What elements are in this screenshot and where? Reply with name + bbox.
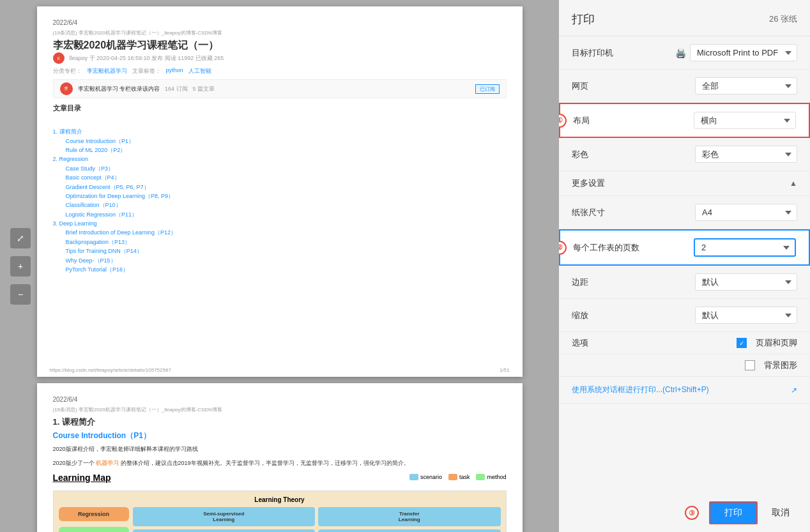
paper-size-control[interactable]: A4 A3 Letter	[695, 204, 797, 221]
toc-item[interactable]: Why Deep-（P15）	[53, 256, 507, 265]
chevron-up-icon: ▲	[790, 179, 797, 188]
toc-list: 1. 课程简介 Course Introduction（P1） Rule of …	[53, 117, 507, 274]
destination-dropdown[interactable]: Microsoft Print to PDF	[690, 44, 797, 61]
sheets-row: ② 每个工作表的页数 2 1 4 6 9 16	[559, 229, 810, 266]
print-button[interactable]: 打印	[709, 501, 758, 524]
color-label: 彩色	[572, 149, 588, 160]
map-diagram: Learning Theory Regression LinearModel D…	[53, 490, 507, 532]
toc-item[interactable]: 3. Deep Learning	[53, 219, 507, 228]
page2-desc1: 2020版课程介绍，李宏毅老师详细解释本课程的学习路线	[53, 445, 507, 454]
toc-item[interactable]: Logistic Regression（P11）	[53, 210, 507, 219]
author-info: lleapoy 于 2020-04-25 16:59:10 发布 阅读 1199…	[70, 54, 224, 63]
option1-control[interactable]: ✓ 页眉和页脚	[737, 337, 797, 349]
sheets-label: 每个工作表的页数	[573, 242, 639, 254]
pages-dropdown[interactable]: 全部	[695, 77, 797, 95]
regression-box: Regression	[59, 507, 129, 521]
sheets-dropdown[interactable]: 2 1 4 6 9 16	[694, 238, 796, 257]
option1-label: 页眉和页脚	[756, 337, 797, 349]
external-link-icon: ↗	[791, 386, 797, 395]
page1-date: 2022/6/4	[53, 19, 507, 26]
zoom-out-button[interactable]: −	[10, 284, 31, 305]
author-avatar: ll	[53, 52, 65, 64]
color-dropdown[interactable]: 彩色 黑白	[695, 146, 797, 163]
expand-button[interactable]: ⤢	[10, 228, 31, 248]
toc-item[interactable]: PyTorch Tutorial（P16）	[53, 265, 507, 274]
unsupervised-box: UnsupervisedLearning	[133, 529, 316, 532]
layout-dropdown[interactable]: 横向 纵向	[694, 112, 796, 129]
toc-item[interactable]: 1. 课程简介	[53, 127, 507, 136]
zoom-in-button[interactable]: +	[10, 256, 31, 277]
toc-item[interactable]: Brief Introduction of Deep Learning（P12）	[53, 228, 507, 237]
page1-title: 李宏毅2020机器学习课程笔记（一）	[53, 39, 507, 52]
layout-control[interactable]: 横向 纵向	[694, 112, 796, 129]
pages-count: 26 张纸	[769, 13, 797, 25]
reinforcement-box: ReinforcementLearning	[318, 529, 501, 532]
option2-row: 背景图形	[559, 354, 810, 377]
toc-item[interactable]: Case Study（P3）	[53, 164, 507, 173]
cancel-button[interactable]: 取消	[764, 503, 797, 523]
page2-date: 2022/6/4	[53, 396, 507, 403]
header-footer-checkbox[interactable]: ✓	[737, 338, 747, 348]
badge-3: ③	[685, 506, 699, 520]
tags-bar: 分类专栏： 李宏毅机器学习 文章标签： python 人工智能	[53, 67, 507, 75]
destination-control[interactable]: 🖨️ Microsoft Print to PDF	[675, 44, 797, 61]
toc-item[interactable]: Optimization for Deep Learning（P8, P9）	[53, 192, 507, 201]
toc-title: 文章目录	[53, 103, 507, 113]
toc-item[interactable]: Backpropagation（P13）	[53, 238, 507, 247]
theory-header: Learning Theory	[59, 496, 501, 503]
margin-dropdown[interactable]: 默认 无 最小 自定义	[695, 273, 797, 291]
margin-control[interactable]: 默认 无 最小 自定义	[695, 273, 797, 291]
transfer-learning-box: TransferLearning	[318, 507, 501, 526]
scale-dropdown[interactable]: 默认 自定义 适合宽度	[695, 307, 797, 324]
scale-label: 缩放	[572, 310, 588, 321]
margin-label: 边距	[572, 277, 588, 288]
more-settings-label: 更多设置	[572, 178, 605, 189]
option2-control[interactable]: 背景图形	[745, 360, 797, 371]
sidebar-nav: ⤢ + −	[10, 228, 31, 305]
print-panel: 打印 26 张纸 目标打印机 🖨️ Microsoft Print to PDF…	[559, 0, 810, 532]
badge3-wrap: ③	[685, 506, 703, 520]
sub-icon: 李	[60, 82, 73, 95]
margin-row: 边距 默认 无 最小 自定义	[559, 266, 810, 299]
scale-control[interactable]: 默认 自定义 适合宽度	[695, 307, 797, 324]
subscribe-button[interactable]: 已订阅	[475, 84, 500, 94]
color-control[interactable]: 彩色 黑白	[695, 146, 797, 163]
toc-item[interactable]: Gradient Descent（P5, P6, P7）	[53, 183, 507, 192]
paper-size-label: 纸张尺寸	[572, 207, 605, 218]
toc-item[interactable]: Classification（P10）	[53, 201, 507, 209]
printer-icon: 🖨️	[675, 48, 686, 58]
more-settings-row[interactable]: 更多设置 ▲	[559, 171, 810, 196]
page1-header: (19条消息) 李宏毅2020机器学习课程笔记（一）_lleapoy的博客-CS…	[53, 29, 222, 36]
color-row: 彩色 彩色 黑白	[559, 138, 810, 171]
option2-label: 背景图形	[764, 360, 797, 371]
page2-subtitle: Course Introduction（P1）	[53, 430, 507, 441]
toc-item[interactable]: Basic concept（P4）	[53, 173, 507, 182]
pages-control[interactable]: 全部	[695, 77, 797, 95]
paper-size-row: 纸张尺寸 A4 A3 Letter	[559, 196, 810, 229]
background-checkbox[interactable]	[745, 360, 755, 370]
layout-label: 布局	[573, 115, 590, 126]
system-print-link[interactable]: 使用系统对话框进行打印...(Ctrl+Shift+P)	[572, 384, 709, 395]
preview-panel[interactable]: ⤢ + − 2022/6/4 (19条消息) 李宏毅2020机器学习课程笔记（一…	[0, 0, 559, 532]
legend-bar: scenario task method	[409, 474, 507, 480]
toc-item[interactable]: Course Introduction（P1）	[53, 137, 507, 146]
print-header: 打印 26 张纸	[559, 0, 810, 36]
destination-label: 目标打印机	[572, 47, 613, 59]
system-print-row[interactable]: 使用系统对话框进行打印...(Ctrl+Shift+P) ↗	[559, 377, 810, 404]
paper-size-dropdown[interactable]: A4 A3 Letter	[695, 204, 797, 221]
options-label: 选项	[572, 337, 588, 349]
toc-item[interactable]: 2. Regression	[53, 155, 507, 163]
map-title: Learning Map	[53, 473, 111, 483]
linear-model-box: LinearModel	[59, 527, 129, 532]
page2-desc2: 2020版少了一个 机器学习 的整体介绍，建议点击2019年视频补充。关于监督学…	[53, 459, 507, 468]
toc-item[interactable]: Rule of ML 2020（P2）	[53, 146, 507, 155]
pages-label: 网页	[572, 80, 588, 92]
semi-supervised-box: Semi-supervisedLearning	[133, 507, 316, 526]
learning-map: Learning Map scenario task method	[53, 473, 507, 532]
toc-item[interactable]: Tips for Training DNN（P14）	[53, 247, 507, 255]
page2-header: (19条消息) 李宏毅2020机器学习课程笔记（一）_lleapoy的博客-CS…	[53, 406, 507, 413]
print-actions: ③ 打印 取消	[559, 494, 810, 532]
option1-row: 选项 ✓ 页眉和页脚	[559, 332, 810, 354]
page2-section: 1. 课程简介	[53, 416, 507, 428]
sheets-control[interactable]: 2 1 4 6 9 16	[694, 238, 796, 257]
